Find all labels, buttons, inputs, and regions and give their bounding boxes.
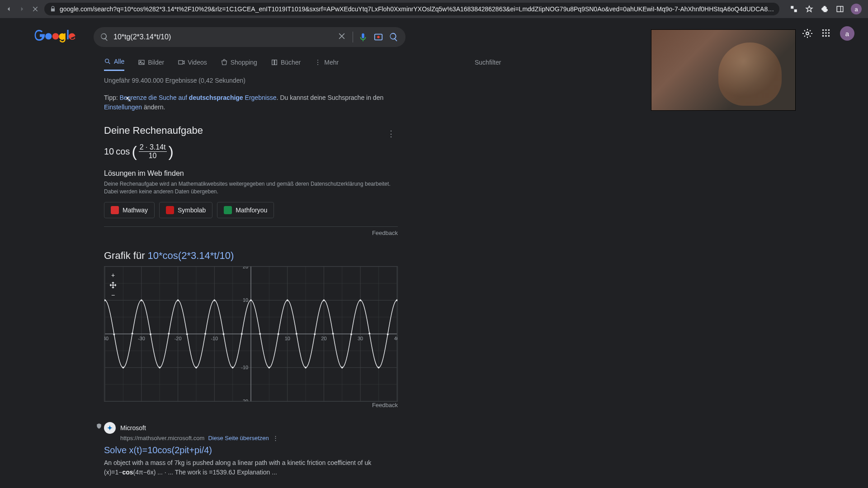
svg-point-14 bbox=[825, 32, 827, 34]
settings-icon[interactable] bbox=[802, 28, 813, 39]
image-search-icon[interactable] bbox=[373, 32, 384, 42]
zoom-in-button[interactable]: + bbox=[109, 271, 117, 279]
translate-icon[interactable] bbox=[789, 5, 798, 14]
tab-shopping[interactable]: Shopping bbox=[221, 59, 257, 70]
address-bar[interactable]: google.com/search?q=10*cos%282*3.14*t%2F… bbox=[44, 3, 779, 15]
book-icon bbox=[271, 59, 278, 66]
url-text: google.com/search?q=10*cos%282*3.14*t%2F… bbox=[60, 5, 774, 13]
svg-point-71 bbox=[141, 299, 142, 301]
shopping-icon bbox=[221, 59, 228, 66]
search-tabs: Alle Bilder Videos Shopping Bücher Mehr … bbox=[104, 58, 339, 71]
chip-symbolab[interactable]: Symbolab bbox=[159, 202, 212, 218]
mathforyou-icon bbox=[224, 206, 232, 214]
extensions-icon[interactable] bbox=[820, 5, 829, 14]
apps-icon[interactable] bbox=[821, 28, 832, 39]
pan-control[interactable] bbox=[109, 281, 117, 289]
reload-button[interactable] bbox=[32, 5, 39, 14]
webcam-overlay bbox=[651, 29, 796, 111]
svg-point-83 bbox=[250, 299, 252, 301]
svg-point-68 bbox=[113, 333, 115, 335]
solutions-heading: Lösungen im Web finden bbox=[104, 169, 398, 178]
svg-point-12 bbox=[828, 29, 830, 31]
translate-page-link[interactable]: Diese Seite übersetzen bbox=[208, 435, 269, 441]
svg-point-26 bbox=[317, 64, 318, 65]
svg-point-94 bbox=[350, 333, 352, 335]
svg-point-85 bbox=[268, 366, 270, 368]
svg-point-81 bbox=[232, 366, 234, 368]
star-icon[interactable] bbox=[805, 5, 814, 14]
back-button[interactable] bbox=[5, 5, 13, 14]
svg-text:20: 20 bbox=[321, 336, 326, 341]
card-menu-icon[interactable]: ⋮ bbox=[387, 129, 398, 139]
svg-point-79 bbox=[213, 299, 215, 301]
svg-point-8 bbox=[377, 36, 380, 38]
svg-rect-2 bbox=[837, 6, 843, 12]
result-stats: Ungefähr 99.400.000 Ergebnisse (0,42 Sek… bbox=[104, 77, 398, 84]
result-title-link[interactable]: Solve x(t)=10cos(2pit+pi/4) bbox=[104, 445, 398, 455]
svg-point-78 bbox=[204, 333, 206, 334]
svg-rect-23 bbox=[179, 61, 183, 64]
svg-text:10: 10 bbox=[285, 336, 290, 341]
clear-icon[interactable] bbox=[337, 32, 348, 42]
chip-mathforyou[interactable]: Mathforyou bbox=[217, 202, 274, 218]
symbolab-icon bbox=[166, 206, 174, 214]
tab-label: Bücher bbox=[281, 59, 301, 66]
profile-avatar[interactable]: a bbox=[851, 4, 862, 14]
svg-point-19 bbox=[105, 59, 109, 63]
svg-text:-20: -20 bbox=[241, 399, 248, 401]
account-avatar[interactable]: a bbox=[840, 26, 854, 41]
forward-button[interactable] bbox=[18, 5, 26, 14]
result-menu-icon[interactable]: ⋮ bbox=[273, 435, 278, 441]
side-panel-icon[interactable] bbox=[835, 5, 844, 14]
tab-label: Mehr bbox=[324, 59, 339, 66]
svg-point-16 bbox=[822, 35, 824, 37]
tab-bilder[interactable]: Bilder bbox=[138, 59, 164, 70]
search-box[interactable] bbox=[94, 27, 406, 47]
search-filters[interactable]: Suchfilter bbox=[475, 59, 501, 70]
chip-mathway[interactable]: Mathway bbox=[104, 202, 155, 218]
svg-text:40: 40 bbox=[394, 336, 397, 341]
svg-point-92 bbox=[332, 333, 334, 334]
svg-point-72 bbox=[150, 333, 151, 335]
search-button[interactable] bbox=[388, 32, 399, 42]
formula-display: 10 cos ( 2 · 3.14t10 ) bbox=[104, 143, 398, 160]
graph-feedback-link[interactable]: Feedback bbox=[104, 402, 398, 408]
svg-point-11 bbox=[825, 29, 827, 31]
limit-language-link[interactable]: Begrenze die Suche auf deutschsprachige … bbox=[120, 94, 277, 101]
graph-query-link[interactable]: 10*cos(2*3.14*t/10) bbox=[148, 250, 234, 261]
svg-point-74 bbox=[168, 333, 170, 334]
tab-label: Alle bbox=[114, 58, 124, 65]
google-logo[interactable] bbox=[34, 29, 75, 45]
svg-point-93 bbox=[341, 366, 343, 368]
zoom-out-button[interactable]: − bbox=[109, 291, 117, 299]
settings-link[interactable]: Einstellungen bbox=[104, 103, 142, 111]
video-icon bbox=[178, 59, 185, 66]
tab-label: Bilder bbox=[148, 59, 164, 66]
svg-point-76 bbox=[186, 333, 188, 335]
language-tip: Tipp: Begrenze die Suche auf deutschspra… bbox=[104, 93, 398, 112]
tab-label: Shopping bbox=[231, 59, 257, 66]
search-input[interactable] bbox=[113, 33, 333, 41]
svg-text:-40: -40 bbox=[104, 336, 108, 341]
tab-videos[interactable]: Videos bbox=[178, 59, 207, 70]
svg-point-80 bbox=[222, 333, 224, 335]
svg-point-90 bbox=[314, 333, 316, 335]
feedback-link[interactable]: Feedback bbox=[104, 230, 398, 236]
tab-alle[interactable]: Alle bbox=[104, 58, 124, 71]
graph-plot[interactable]: -40-30-20-1010203040-20-101020 + − bbox=[104, 266, 398, 402]
svg-point-75 bbox=[177, 299, 179, 301]
tab-buecher[interactable]: Bücher bbox=[271, 59, 301, 70]
more-icon bbox=[314, 59, 321, 66]
svg-point-91 bbox=[323, 299, 325, 301]
voice-search-icon[interactable] bbox=[358, 32, 368, 42]
svg-point-84 bbox=[259, 333, 261, 335]
shield-icon bbox=[96, 423, 102, 429]
result-snippet: An object with a mass of 7kg is pushed a… bbox=[104, 458, 375, 477]
svg-point-9 bbox=[806, 32, 809, 35]
svg-point-18 bbox=[828, 35, 830, 37]
svg-text:10: 10 bbox=[243, 297, 248, 303]
svg-text:20: 20 bbox=[243, 267, 248, 269]
svg-text:-10: -10 bbox=[211, 336, 218, 341]
tab-mehr[interactable]: Mehr bbox=[314, 59, 339, 70]
svg-point-88 bbox=[296, 333, 297, 334]
